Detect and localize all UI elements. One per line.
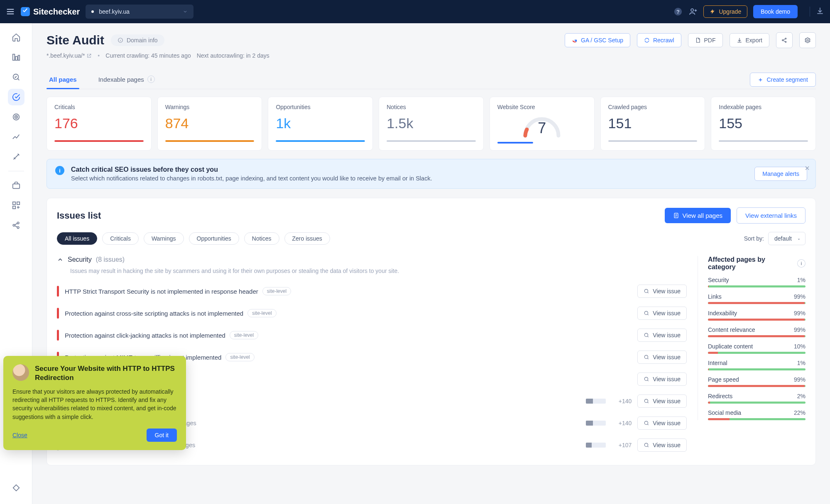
manage-alerts-button[interactable]: Manage alerts xyxy=(754,167,807,181)
toast-gotit-button[interactable]: Got it xyxy=(147,429,177,442)
category-bar xyxy=(708,285,806,287)
view-issue-button[interactable]: View issue xyxy=(637,438,687,452)
svg-point-19 xyxy=(785,38,786,39)
brand[interactable]: Sitechecker xyxy=(21,7,80,17)
toast-title: Secure Your Website with HTTP to HTTPS R… xyxy=(35,364,177,382)
view-issue-button[interactable]: View issue xyxy=(637,373,687,386)
issue-label[interactable]: Protection against click-jacking attacks… xyxy=(65,331,632,339)
upgrade-button[interactable]: Upgrade xyxy=(703,5,747,18)
info-icon[interactable]: i xyxy=(797,259,806,268)
card-indexable[interactable]: Indexable pages 155 xyxy=(711,97,816,151)
category-row[interactable]: Indexability99% xyxy=(708,310,806,317)
export-button[interactable]: Export xyxy=(730,33,769,47)
pdf-button[interactable]: PDF xyxy=(688,33,723,47)
share-button[interactable] xyxy=(776,32,793,48)
download-icon[interactable] xyxy=(810,7,824,17)
svg-point-25 xyxy=(645,333,648,336)
filter-warnings[interactable]: Warnings xyxy=(144,232,184,245)
card-website-score[interactable]: Website Score 7 xyxy=(490,97,595,151)
card-warnings[interactable]: Warnings 874 xyxy=(157,97,262,151)
view-external-links-button[interactable]: View external links xyxy=(737,207,806,224)
view-issue-button[interactable]: View issue xyxy=(637,351,687,364)
nav-audit-icon[interactable] xyxy=(8,89,24,105)
nav-briefcase-icon[interactable] xyxy=(8,177,24,194)
view-issue-button[interactable]: View issue xyxy=(637,307,687,320)
nav-diamond-icon[interactable] xyxy=(8,480,24,497)
toast-body: Ensure that your visitors are always pro… xyxy=(12,387,177,421)
ga-setup-button[interactable]: GA / GSC Setup xyxy=(565,33,630,47)
filter-all[interactable]: All issues xyxy=(57,232,97,245)
severity-indicator xyxy=(57,286,59,297)
nav-dashboard-icon[interactable] xyxy=(8,49,24,66)
next-crawl: Next autocrawling: in 2 days xyxy=(197,52,269,59)
category-row[interactable]: Links99% xyxy=(708,293,806,300)
onboarding-toast: Secure Your Website with HTTP to HTTPS R… xyxy=(3,356,186,450)
view-issue-button[interactable]: View issue xyxy=(637,329,687,342)
group-security-header[interactable]: Security (8 issues) xyxy=(57,256,687,263)
view-all-pages-button[interactable]: View all pages xyxy=(665,208,731,223)
nav-trend-icon[interactable] xyxy=(8,129,24,145)
info-icon[interactable]: i xyxy=(147,75,155,83)
scope-text[interactable]: *.beef.kyiv.ua/* xyxy=(47,52,92,59)
nav-magic-icon[interactable] xyxy=(8,149,24,165)
svg-point-30 xyxy=(645,443,648,446)
issue-row: HTTP Strict Transport Security is not im… xyxy=(57,280,687,302)
nav-home-icon[interactable] xyxy=(8,29,24,46)
nav-share-icon[interactable] xyxy=(8,217,24,234)
google-icon xyxy=(572,37,578,43)
info-badge-icon: i xyxy=(55,166,64,175)
book-demo-button[interactable]: Book demo xyxy=(753,5,798,18)
topbar: Sitechecker beef.kyiv.ua ? Upgrade Book … xyxy=(0,0,830,23)
svg-point-2 xyxy=(691,9,693,11)
sort-select[interactable]: default xyxy=(768,232,806,245)
filter-criticals[interactable]: Criticals xyxy=(102,232,139,245)
delta-count: +140 xyxy=(612,398,632,404)
svg-point-20 xyxy=(785,41,786,43)
domain-info-chip[interactable]: Domain info xyxy=(111,34,164,46)
filter-opportunities[interactable]: Opportunities xyxy=(189,232,239,245)
sort-label: Sort by: xyxy=(744,235,764,242)
category-row[interactable]: Social media22% xyxy=(708,409,806,416)
card-notices[interactable]: Notices 1.5k xyxy=(379,97,484,151)
svg-point-29 xyxy=(645,421,648,424)
issue-label[interactable]: HTTP Strict Transport Security is not im… xyxy=(65,287,632,295)
nav-target-icon[interactable] xyxy=(8,109,24,125)
help-icon[interactable]: ? xyxy=(673,7,683,16)
filter-zero[interactable]: Zero issues xyxy=(284,232,330,245)
nav-search-icon[interactable] xyxy=(8,69,24,85)
view-issue-button[interactable]: View issue xyxy=(637,394,687,408)
recrawl-button[interactable]: Recrawl xyxy=(637,33,681,47)
view-issue-button[interactable]: View issue xyxy=(637,285,687,298)
card-crawled[interactable]: Crawled pages 151 xyxy=(600,97,705,151)
add-user-icon[interactable] xyxy=(688,7,698,16)
card-criticals[interactable]: Criticals 176 xyxy=(47,97,152,151)
category-row[interactable]: Security1% xyxy=(708,277,806,283)
settings-button[interactable] xyxy=(799,32,816,48)
category-heading: Affected pages by category xyxy=(708,256,794,271)
alert-title: Catch critical SEO issues before they co… xyxy=(71,166,432,173)
site-selector[interactable]: beef.kyiv.ua xyxy=(86,5,193,19)
caret-down-icon xyxy=(797,237,801,241)
filter-notices[interactable]: Notices xyxy=(244,232,279,245)
close-icon[interactable]: × xyxy=(805,163,810,173)
lightning-icon xyxy=(710,9,715,15)
create-segment-button[interactable]: Create segment xyxy=(750,73,816,87)
svg-rect-11 xyxy=(12,202,15,205)
category-row[interactable]: Internal1% xyxy=(708,360,806,366)
category-row[interactable]: Content relevance99% xyxy=(708,326,806,333)
tab-all-pages[interactable]: All pages xyxy=(47,71,79,89)
card-opportunities[interactable]: Opportunities 1k xyxy=(268,97,373,151)
search-icon xyxy=(644,376,649,382)
menu-icon[interactable] xyxy=(6,7,15,16)
issue-label[interactable]: Protection against cross-site scripting … xyxy=(65,309,632,317)
severity-indicator xyxy=(57,330,59,341)
nav-apps-icon[interactable] xyxy=(8,197,24,214)
avatar xyxy=(12,364,29,381)
category-row[interactable]: Redirects2% xyxy=(708,393,806,399)
category-row[interactable]: Page speed99% xyxy=(708,376,806,383)
view-issue-button[interactable]: View issue xyxy=(637,416,687,430)
category-row[interactable]: Duplicate content10% xyxy=(708,343,806,350)
svg-rect-5 xyxy=(18,55,20,60)
toast-close-link[interactable]: Close xyxy=(12,432,27,438)
tab-indexable-pages[interactable]: Indexable pages i xyxy=(96,71,157,89)
